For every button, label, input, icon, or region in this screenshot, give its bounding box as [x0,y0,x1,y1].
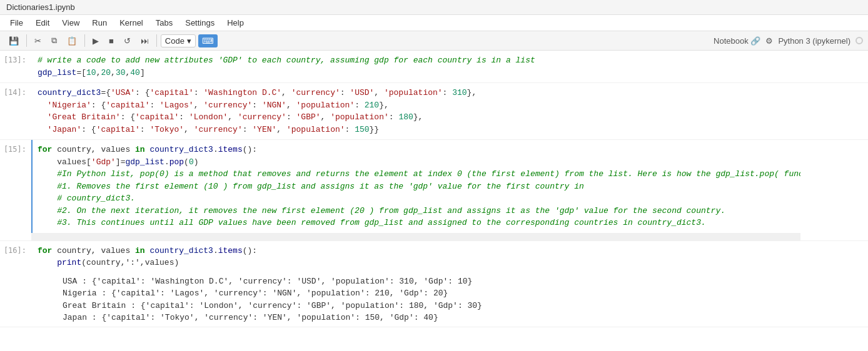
more-button[interactable]: ≡ [844,142,852,154]
cell-type-label: Code [165,36,184,46]
kernel-indicator [855,37,863,44]
cell-number-2: [15]: [0,140,31,240]
cell-output: USA : {'capital': 'Washington D.C', 'cur… [31,273,868,327]
menu-item-kernel[interactable]: Kernel [114,16,148,29]
toolbar-sep-2 [84,34,85,47]
notebook: [13]: # write a code to add new attribut… [0,51,868,327]
menu-item-run[interactable]: Run [87,16,112,29]
cell-number-1: [14]: [0,83,31,139]
move-up-button[interactable]: ↑ [814,142,822,154]
menu-item-view[interactable]: View [57,16,84,29]
delete-cell-button[interactable]: 🗑 [854,142,865,154]
notebook-label: Notebook 🔗 [714,36,760,46]
save-button[interactable]: 💾 [5,34,23,47]
stop-button[interactable]: ■ [105,34,118,47]
kernel-status-icon: ⚙ [765,36,773,46]
cell-type-select[interactable]: Code ▾ [161,34,196,47]
keyboard-button[interactable]: ⌨ [198,34,218,47]
notebook-title: Dictionaries1.ipynb [6,2,75,12]
cell-14: [14]: country_dict3={'USA': {'capital': … [0,83,868,140]
kernel-label: Python 3 (ipykernel) [778,36,850,46]
run-button[interactable]: ▶ [89,34,103,47]
move-down-button[interactable]: ↓ [823,142,831,154]
menu-item-tabs[interactable]: Tabs [151,16,178,29]
toolbar: 💾 ✂ ⧉ 📋 ▶ ■ ↺ ⏭ Code ▾ ⌨ Notebook 🔗 ⚙ Py… [0,31,868,51]
menu-bar: FileEditViewRunKernelTabsSettingsHelp [0,15,868,31]
add-cell-button[interactable]: ⊕ [832,142,842,154]
cell-code-0[interactable]: # write a code to add new attributes 'GD… [31,51,868,82]
cell-16: [16]: for country, values in country_dic… [0,241,868,327]
menu-item-settings[interactable]: Settings [180,16,220,29]
cell-horizontal-scrollbar[interactable] [31,233,800,240]
restart-button[interactable]: ↺ [120,34,134,47]
cell-number-0: [13]: [0,51,31,82]
menu-item-help[interactable]: Help [222,16,249,29]
toolbar-sep-3 [156,34,157,47]
toolbar-right: Notebook 🔗 ⚙ Python 3 (ipykernel) [714,36,863,46]
menu-item-edit[interactable]: Edit [31,16,54,29]
title-bar: Dictionaries1.ipynb [0,0,868,15]
cell-15: [15]: for country, values in country_dic… [0,140,868,241]
toolbar-sep-1 [26,34,27,47]
cell-code-2[interactable]: for country, values in country_dict3.ite… [31,140,800,233]
paste-button[interactable]: 📋 [63,34,81,47]
chevron-down-icon: ▾ [187,36,191,46]
cell-code-1[interactable]: country_dict3={'USA': {'capital': 'Washi… [31,83,868,139]
cell-number-3: [16]: [0,241,31,327]
cell-13: [13]: # write a code to add new attribut… [0,51,868,83]
cut-button[interactable]: ✂ [31,34,45,47]
fast-forward-button[interactable]: ⏭ [137,34,153,47]
copy-cell-button[interactable]: ⧉ [803,142,812,155]
menu-item-file[interactable]: File [5,16,28,29]
copy-button[interactable]: ⧉ [48,34,61,47]
cell-code-3[interactable]: for country, values in country_dict3.ite… [31,241,868,273]
